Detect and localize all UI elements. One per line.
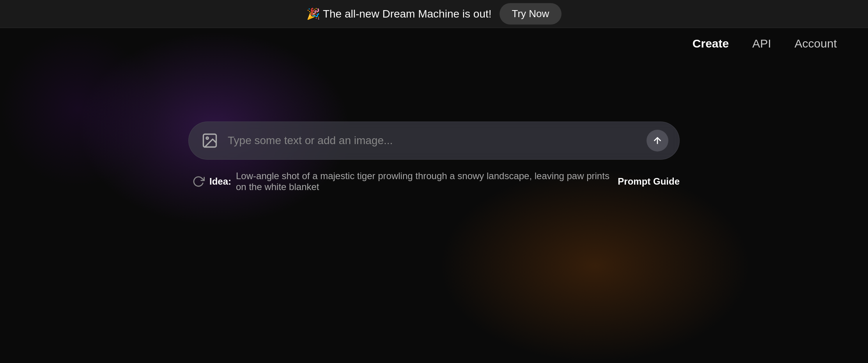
nav-link-account[interactable]: Account (795, 37, 837, 50)
svg-point-1 (206, 137, 209, 139)
main-content: Idea: Low-angle shot of a majestic tiger… (0, 59, 868, 192)
idea-label: Idea: (209, 176, 231, 187)
refresh-icon[interactable] (192, 175, 205, 188)
prompt-guide-link[interactable]: Prompt Guide (618, 176, 680, 187)
prompt-container (188, 122, 680, 160)
announcement-bar: 🎉 The all-new Dream Machine is out! Try … (0, 0, 868, 28)
nav-links: Create API Account (693, 37, 837, 50)
prompt-input-wrapper (188, 122, 680, 160)
announcement-emoji: 🎉 (306, 8, 320, 20)
prompt-input[interactable] (228, 134, 639, 147)
bg-blob-brown (439, 168, 751, 363)
submit-button[interactable] (647, 130, 668, 152)
image-upload-icon[interactable] (200, 130, 220, 151)
nav-link-api[interactable]: API (752, 37, 771, 50)
idea-row: Idea: Low-angle shot of a majestic tiger… (188, 171, 680, 192)
announcement-message: The all-new Dream Machine is out! (323, 8, 492, 20)
idea-text: Low-angle shot of a majestic tiger prowl… (236, 171, 613, 192)
nav-link-create[interactable]: Create (693, 37, 729, 50)
nav-bar: Create API Account (0, 28, 868, 59)
try-now-button[interactable]: Try Now (500, 3, 562, 25)
announcement-text: 🎉 The all-new Dream Machine is out! (306, 7, 492, 20)
